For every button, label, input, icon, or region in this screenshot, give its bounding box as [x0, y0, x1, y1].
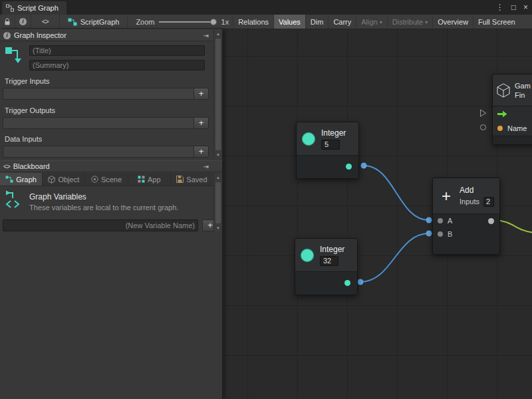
node-title: Add	[460, 186, 494, 195]
info-icon: i	[3, 32, 11, 39]
graph-variables-description: These variables are local to the current…	[29, 203, 178, 211]
tab-saved[interactable]: Saved	[171, 173, 213, 186]
inspector-scrollbar[interactable]: ▲ ▼	[213, 30, 222, 159]
node-header: + Add Inputs	[433, 178, 499, 214]
node-title-line2: Fin	[515, 91, 531, 99]
node-body	[295, 272, 357, 295]
node-body: Name	[493, 106, 532, 136]
wire-add-output[interactable]	[495, 220, 532, 233]
maximize-icon[interactable]: □	[511, 3, 516, 12]
name-input-port[interactable]	[497, 126, 503, 131]
control-flow-arrow-icon	[497, 110, 507, 118]
title-bar: Script Graph ⋮ □ ×	[0, 0, 532, 15]
chevron-down-icon: ▾	[425, 19, 428, 25]
breadcrumb[interactable]: ScriptGraph	[60, 15, 128, 29]
tab-app[interactable]: App	[128, 173, 171, 186]
toolbar-button-fullscreen[interactable]: Full Screen	[473, 15, 520, 29]
tab-object[interactable]: Object	[43, 173, 85, 186]
add-trigger-input-button[interactable]: +	[194, 88, 208, 99]
graph-variables-icon	[5, 190, 25, 209]
node-integer-32[interactable]: Integer	[295, 238, 358, 295]
section-trigger-outputs-label: Trigger Outputs	[5, 106, 55, 114]
inputs-label: Inputs	[460, 198, 479, 205]
tab-title: Script Graph	[17, 4, 59, 12]
wire-endpoint	[426, 217, 432, 223]
game-object-cube-icon	[497, 83, 510, 98]
window-controls: ⋮ □ ×	[496, 0, 528, 15]
data-inputs-list[interactable]: +	[3, 146, 209, 158]
tab-graph[interactable]: Graph	[0, 173, 43, 186]
integer-value-input[interactable]	[320, 256, 338, 266]
integer-output-port[interactable]	[346, 164, 352, 170]
integer-output-port[interactable]	[344, 280, 350, 286]
scroll-up-icon[interactable]: ▲	[214, 174, 222, 182]
wire-int5-to-add-a[interactable]	[364, 166, 429, 220]
scrollbar-thumb[interactable]	[215, 39, 221, 150]
toolbar-button-dim[interactable]: Dim	[306, 15, 329, 29]
code-preview-button[interactable]: <>	[31, 15, 60, 29]
wire-int32-to-add-b[interactable]	[360, 233, 429, 282]
node-find-partial[interactable]: Gam Fin Name	[492, 74, 532, 145]
inputs-count-input[interactable]	[483, 197, 494, 207]
zoom-control: Zoom 1x	[128, 15, 233, 29]
blackboard-header: <> Blackboard ⇥	[0, 160, 222, 172]
app-grid-icon	[138, 176, 145, 183]
breadcrumb-label: ScriptGraph	[80, 18, 120, 26]
graph-summary-input[interactable]	[29, 60, 205, 70]
lock-button[interactable]	[0, 15, 15, 29]
toolbar-button-carry[interactable]: Carry	[329, 15, 356, 29]
code-icon: <>	[42, 18, 49, 25]
cube-icon	[48, 176, 55, 184]
inspect-button[interactable]: i	[15, 15, 31, 29]
window-menu-icon[interactable]: ⋮	[496, 3, 504, 12]
tab-scene[interactable]: Scene	[85, 173, 128, 186]
dock-icon[interactable]: ⇥	[203, 163, 218, 170]
value-input-port[interactable]	[480, 124, 486, 130]
add-data-input-button[interactable]: +	[194, 146, 208, 157]
blackboard-scrollbar[interactable]: ▲ ▼	[213, 174, 222, 232]
integer-icon	[302, 132, 315, 146]
graph-canvas[interactable]: Integer Integer +	[223, 29, 532, 399]
node-title-line1: Gam	[515, 82, 531, 90]
zoom-slider[interactable]	[159, 21, 215, 23]
trigger-inputs-list[interactable]: +	[3, 88, 209, 100]
section-trigger-inputs-label: Trigger Inputs	[5, 77, 49, 85]
integer-value-input[interactable]	[321, 140, 340, 150]
toolbar-button-overview[interactable]: Overview	[433, 15, 473, 29]
scroll-down-icon[interactable]: ▼	[214, 224, 222, 232]
graph-type-icon	[4, 45, 24, 65]
trigger-outputs-list[interactable]: +	[3, 117, 209, 129]
graph-toolbar: i <> ScriptGraph Zoom 1x Relations Value…	[0, 15, 532, 29]
graph-variables-heading: Graph Variables	[29, 192, 86, 201]
scene-icon	[91, 176, 98, 183]
node-add[interactable]: + Add Inputs A B	[432, 178, 500, 255]
info-icon: i	[19, 18, 27, 25]
zoom-slider-handle[interactable]	[210, 19, 217, 25]
tab-script-graph[interactable]: Script Graph	[2, 1, 66, 15]
node-header: Integer	[295, 239, 357, 272]
scroll-down-icon[interactable]: ▼	[214, 151, 222, 159]
graph-title-input[interactable]	[29, 45, 205, 56]
close-icon[interactable]: ×	[523, 3, 528, 12]
zoom-value: 1x	[221, 18, 229, 26]
add-trigger-output-button[interactable]: +	[194, 118, 208, 128]
name-port-label: Name	[507, 124, 527, 132]
node-integer-5[interactable]: Integer	[296, 122, 359, 179]
section-data-inputs-label: Data Inputs	[5, 135, 42, 143]
add-output-port[interactable]	[488, 218, 494, 224]
new-variable-input[interactable]	[3, 219, 198, 231]
scroll-up-icon[interactable]: ▲	[214, 30, 222, 38]
node-footer	[493, 136, 532, 144]
input-port-a[interactable]	[438, 218, 443, 223]
chevron-down-icon: ▾	[380, 19, 382, 25]
graph-inspector-header: i Graph Inspector ⇥	[0, 29, 222, 41]
lock-icon	[4, 18, 11, 26]
scrollbar-thumb[interactable]	[215, 182, 221, 223]
add-icon: +	[438, 189, 454, 203]
toolbar-button-values[interactable]: Values	[274, 15, 306, 29]
node-title: Integer	[321, 128, 346, 138]
input-port-b[interactable]	[438, 231, 443, 237]
toolbar-button-relations[interactable]: Relations	[233, 15, 274, 29]
blackboard-icon: <>	[3, 163, 10, 170]
control-input-port[interactable]	[479, 109, 487, 117]
